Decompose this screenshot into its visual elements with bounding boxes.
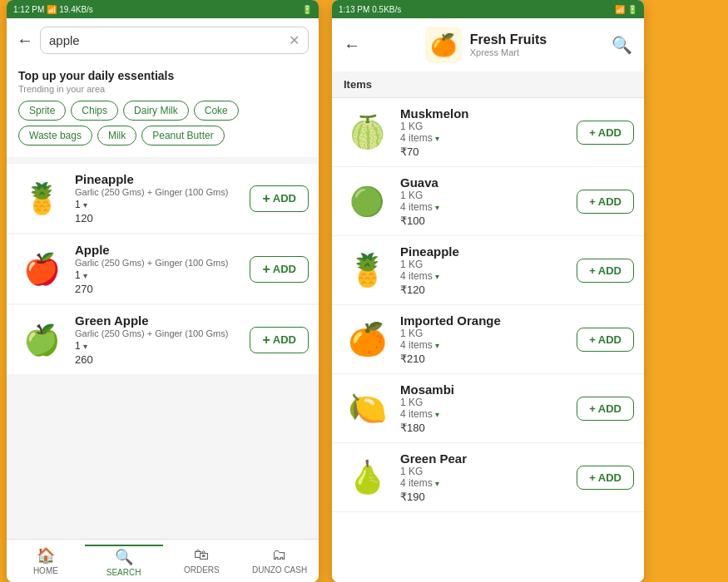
- left-status-bar: 1:12 PM 📶 19.4KB/s 🔋: [7, 0, 319, 18]
- table-row: 🍎 Apple Garlic (250 Gms) + Ginger (100 G…: [7, 234, 319, 303]
- add-label: ADD: [598, 126, 622, 139]
- muskmelon-info: Muskmelon 1 KG 4 items ▾ ₹70: [400, 106, 568, 158]
- qty-arrow-icon[interactable]: ▾: [83, 200, 87, 210]
- mosambi-image: 🍋: [342, 383, 392, 433]
- trending-subtitle: Trending in your area: [18, 84, 307, 94]
- add-muskmelon-button[interactable]: + ADD: [577, 121, 634, 145]
- add-apple-button[interactable]: + ADD: [250, 256, 309, 283]
- fruit-weight: 1 KG: [400, 397, 568, 408]
- search-nav-icon: 🔍: [115, 548, 133, 566]
- chip-peanutbutter[interactable]: Peanut Butter: [141, 126, 224, 146]
- chip-milk[interactable]: Milk: [97, 126, 136, 146]
- nav-dunzo-cash[interactable]: 🗂 DUNZO CASH: [240, 545, 319, 579]
- fruit-weight: 1 KG: [400, 259, 568, 270]
- add-pineapple-right-button[interactable]: + ADD: [577, 259, 634, 283]
- add-pear-button[interactable]: + ADD: [577, 466, 634, 490]
- search-header: ← ✕: [7, 18, 319, 62]
- add-label: ADD: [598, 195, 622, 208]
- pear-image: 🍐: [342, 452, 392, 502]
- add-orange-button[interactable]: + ADD: [577, 328, 634, 352]
- list-item: 🍍 Pineapple 1 KG 4 items ▾ ₹120 + ADD: [332, 236, 644, 305]
- fruit-items-row: 4 items ▾: [400, 132, 568, 144]
- store-info-container: 🍊 Fresh Fruits Xpress Mart: [425, 27, 547, 63]
- orange-image: 🍊: [342, 314, 392, 364]
- chip-chips[interactable]: Chips: [71, 101, 118, 121]
- items-count: 4 items: [400, 270, 433, 282]
- left-sim-icon: 📶: [47, 5, 57, 14]
- left-phone: 1:12 PM 📶 19.4KB/s 🔋 ← ✕ Top up your dai…: [7, 0, 319, 582]
- fruit-items-row: 4 items ▾: [400, 408, 568, 420]
- nav-dunzo-label: DUNZO CASH: [252, 565, 307, 575]
- fruit-price: ₹190: [400, 491, 568, 503]
- items-arrow-icon[interactable]: ▾: [435, 203, 439, 212]
- pineapple-image: 🍍: [342, 245, 392, 295]
- table-row: 🍍 Pineapple Garlic (250 Gms) + Ginger (1…: [7, 164, 319, 233]
- right-wifi-icon: 📶: [615, 5, 625, 14]
- add-guava-button[interactable]: + ADD: [577, 190, 634, 214]
- search-input[interactable]: [49, 33, 289, 47]
- add-label: ADD: [598, 333, 622, 346]
- nav-orders[interactable]: 🛍 ORDERS: [163, 545, 241, 579]
- chip-dairymilk[interactable]: Dairy Milk: [123, 101, 189, 121]
- fruit-name: Imported Orange: [400, 313, 568, 328]
- trending-section: Top up your daily essentials Trending in…: [7, 62, 319, 157]
- list-item: 🍈 Muskmelon 1 KG 4 items ▾ ₹70 + ADD: [332, 98, 644, 167]
- nav-search[interactable]: 🔍 SEARCH: [85, 545, 163, 579]
- fruit-price: ₹180: [400, 422, 568, 434]
- add-label: ADD: [598, 264, 622, 277]
- dunzo-cash-icon: 🗂: [272, 546, 287, 564]
- qty-row: 1 ▾: [75, 199, 241, 210]
- table-row: 🍏 Green Apple Garlic (250 Gms) + Ginger …: [7, 305, 319, 374]
- nav-home[interactable]: 🏠 HOME: [7, 545, 85, 579]
- plus-icon: +: [262, 262, 270, 277]
- fruit-weight: 1 KG: [400, 466, 568, 477]
- search-box: ✕: [40, 27, 309, 54]
- chip-wastebags[interactable]: Waste bags: [18, 126, 92, 146]
- product-image-apple: 🍎: [17, 244, 67, 294]
- right-battery-icon: 🔋: [627, 5, 637, 14]
- items-arrow-icon[interactable]: ▾: [435, 272, 439, 281]
- add-label: ADD: [273, 263, 296, 275]
- back-button[interactable]: ←: [17, 31, 33, 50]
- items-arrow-icon[interactable]: ▾: [435, 479, 439, 488]
- product-price: 270: [75, 283, 241, 295]
- clear-search-button[interactable]: ✕: [289, 32, 300, 48]
- plus-icon: +: [589, 195, 596, 208]
- chip-coke[interactable]: Coke: [194, 101, 239, 121]
- add-mosambi-button[interactable]: + ADD: [577, 397, 634, 421]
- product-info-green-apple: Green Apple Garlic (250 Gms) + Ginger (1…: [75, 313, 241, 366]
- product-name: Pineapple: [75, 172, 241, 186]
- qty-row: 1 ▾: [75, 269, 241, 281]
- fruit-items-row: 4 items ▾: [400, 477, 568, 489]
- orange-info: Imported Orange 1 KG 4 items ▾ ₹210: [400, 313, 568, 365]
- add-label: ADD: [598, 471, 622, 484]
- plus-icon: +: [262, 333, 270, 348]
- items-arrow-icon[interactable]: ▾: [435, 341, 439, 350]
- product-info-pineapple: Pineapple Garlic (250 Gms) + Ginger (100…: [75, 172, 241, 224]
- product-name: Green Apple: [75, 313, 241, 328]
- qty-arrow-icon[interactable]: ▾: [83, 271, 87, 280]
- qty-arrow-icon[interactable]: ▾: [83, 342, 87, 351]
- right-status-bar: 1:13 PM 0.5KB/s 📶 🔋: [332, 0, 644, 18]
- mosambi-info: Mosambi 1 KG 4 items ▾ ₹180: [400, 382, 568, 434]
- fruit-list: 🍈 Muskmelon 1 KG 4 items ▾ ₹70 + ADD 🟢 G…: [332, 98, 644, 582]
- guava-image: 🟢: [342, 176, 392, 226]
- fruit-items-row: 4 items ▾: [400, 270, 568, 282]
- left-battery: 🔋: [302, 5, 312, 14]
- add-green-apple-button[interactable]: + ADD: [250, 327, 309, 353]
- right-phone: 1:13 PM 0.5KB/s 📶 🔋 ← 🍊 Fresh Fruits Xpr…: [332, 0, 644, 582]
- right-search-button[interactable]: 🔍: [612, 35, 632, 55]
- product-price: 260: [75, 353, 241, 366]
- items-arrow-icon[interactable]: ▾: [435, 134, 439, 143]
- chip-sprite[interactable]: Sprite: [18, 101, 66, 121]
- add-pineapple-button[interactable]: + ADD: [250, 185, 309, 212]
- left-time: 1:12 PM: [13, 5, 44, 14]
- right-back-button[interactable]: ←: [344, 36, 360, 55]
- add-label: ADD: [273, 333, 296, 346]
- items-arrow-icon[interactable]: ▾: [435, 410, 439, 419]
- product-image-green-apple: 🍏: [17, 315, 67, 365]
- product-list: 🍍 Pineapple Garlic (250 Gms) + Ginger (1…: [7, 157, 319, 539]
- product-sub: Garlic (250 Gms) + Ginger (100 Gms): [75, 187, 241, 197]
- fruit-weight: 1 KG: [400, 328, 568, 339]
- plus-icon: +: [262, 191, 270, 206]
